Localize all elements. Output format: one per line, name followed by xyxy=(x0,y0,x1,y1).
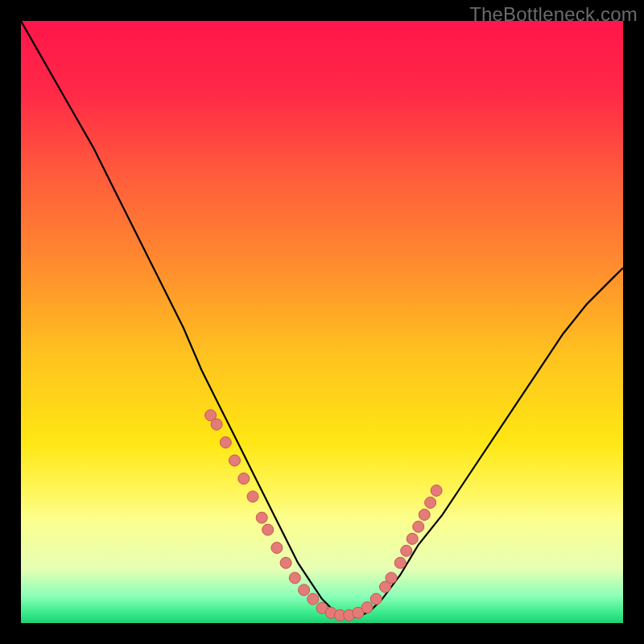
gradient-background xyxy=(21,21,623,623)
data-marker xyxy=(299,584,310,596)
data-marker xyxy=(401,545,412,556)
data-marker xyxy=(211,419,222,430)
data-marker xyxy=(407,533,418,544)
data-marker xyxy=(220,437,231,448)
data-marker xyxy=(308,593,319,605)
data-marker xyxy=(280,557,291,568)
data-marker xyxy=(247,491,258,502)
data-marker xyxy=(361,602,373,613)
data-marker xyxy=(431,485,442,496)
data-marker xyxy=(256,512,267,523)
data-marker xyxy=(386,572,397,584)
data-marker xyxy=(229,455,241,466)
data-marker xyxy=(262,524,274,535)
data-marker xyxy=(370,593,382,605)
data-marker xyxy=(271,543,283,554)
data-marker xyxy=(238,473,250,485)
data-marker xyxy=(289,572,300,584)
data-marker xyxy=(394,557,406,568)
watermark-text: TheBottleneck.com xyxy=(469,3,638,26)
data-marker xyxy=(413,521,424,532)
data-marker xyxy=(425,497,436,508)
chart-frame xyxy=(21,21,623,623)
data-marker xyxy=(419,509,430,520)
chart-svg xyxy=(21,21,623,623)
